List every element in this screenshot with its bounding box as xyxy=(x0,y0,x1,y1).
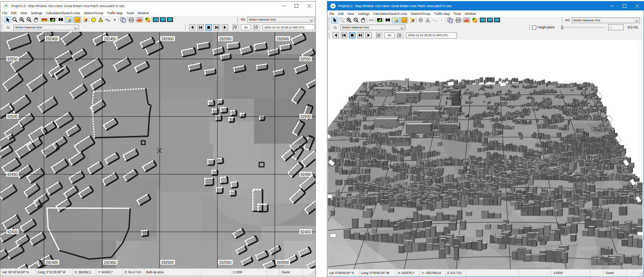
svg-text:92450: 92450 xyxy=(7,172,18,177)
svg-text:92550: 92550 xyxy=(7,57,18,61)
svg-text:292450: 292450 xyxy=(104,261,117,265)
svg-text:292600: 292600 xyxy=(277,37,289,41)
svg-text:292450: 292450 xyxy=(104,37,117,41)
svg-text:292550: 292550 xyxy=(219,37,232,41)
svg-text:92450: 92450 xyxy=(301,172,311,177)
svg-text:12: 12 xyxy=(402,18,406,22)
svg-text:z: z xyxy=(396,18,398,23)
svg-text:292400: 292400 xyxy=(46,37,59,41)
svg-text:292500: 292500 xyxy=(161,261,174,265)
svg-text:z: z xyxy=(69,18,71,22)
svg-text:292500: 292500 xyxy=(161,37,174,41)
svg-text:292550: 292550 xyxy=(219,261,232,265)
svg-text:92500: 92500 xyxy=(301,115,311,119)
svg-text:292400: 292400 xyxy=(46,261,59,265)
svg-text:92500: 92500 xyxy=(7,115,18,119)
svg-text:12: 12 xyxy=(75,18,79,22)
svg-text:92400: 92400 xyxy=(7,230,18,234)
svg-text:92400: 92400 xyxy=(301,230,311,234)
svg-text:292600: 292600 xyxy=(277,261,289,265)
svg-text:92550: 92550 xyxy=(301,57,311,61)
